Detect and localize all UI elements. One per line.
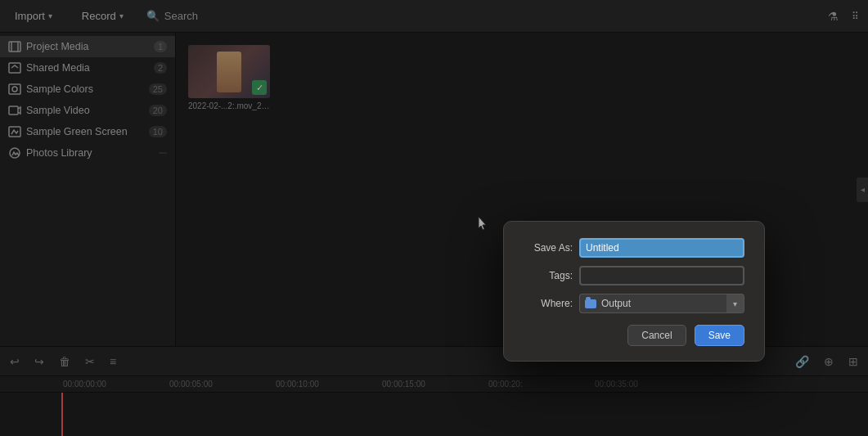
cancel-button[interactable]: Cancel: [627, 325, 686, 346]
save-as-dialog: Save As: Tags: Where: Output ▾ Cancel Sa…: [503, 221, 765, 362]
tags-row: Tags:: [524, 266, 744, 285]
where-select-display[interactable]: Output: [579, 294, 726, 313]
where-row: Where: Output ▾: [524, 294, 744, 313]
where-dropdown-button[interactable]: ▾: [726, 294, 744, 313]
folder-icon: [585, 299, 596, 308]
dialog-overlay: Save As: Tags: Where: Output ▾ Cancel Sa…: [0, 0, 868, 436]
save-button[interactable]: Save: [695, 325, 744, 346]
save-as-label: Save As:: [524, 242, 573, 254]
where-label: Where:: [524, 298, 573, 309]
save-as-input[interactable]: [579, 238, 744, 258]
dialog-buttons: Cancel Save: [524, 325, 744, 346]
tags-label: Tags:: [524, 270, 573, 281]
chevron-down-icon: ▾: [733, 299, 737, 308]
where-value: Output: [601, 298, 631, 309]
save-as-row: Save As:: [524, 238, 744, 258]
where-select-wrap: Output ▾: [579, 294, 744, 313]
tags-input[interactable]: [579, 266, 744, 285]
